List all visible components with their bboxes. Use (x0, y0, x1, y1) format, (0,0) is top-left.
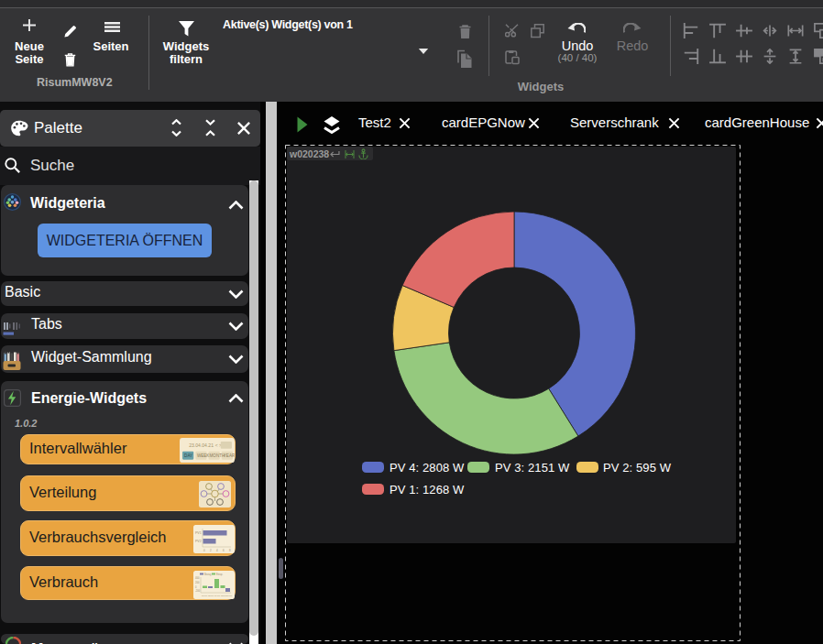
svg-text:Bezug: Bezug (204, 572, 212, 575)
svg-text:23.04.04.21: 23.04.04.21 (189, 442, 214, 448)
svg-text:-200: -200 (195, 589, 201, 593)
svg-text:09:00: 09:00 (214, 594, 221, 596)
svg-text:WEEK: WEEK (197, 453, 210, 458)
svg-text:PV1: PV1 (195, 531, 202, 535)
svg-text:YEAR: YEAR (224, 453, 235, 458)
svg-text:Einsp.: Einsp. (216, 572, 223, 575)
svg-text:DAY: DAY (184, 453, 193, 458)
svg-text:PV2: PV2 (195, 540, 202, 543)
svg-text:400: 400 (195, 576, 200, 580)
svg-text:05:00: 05:00 (208, 594, 214, 596)
svg-text:01:00: 01:00 (202, 594, 208, 596)
svg-text:17:00: 17:00 (226, 594, 233, 596)
svg-text:200: 200 (195, 581, 200, 584)
